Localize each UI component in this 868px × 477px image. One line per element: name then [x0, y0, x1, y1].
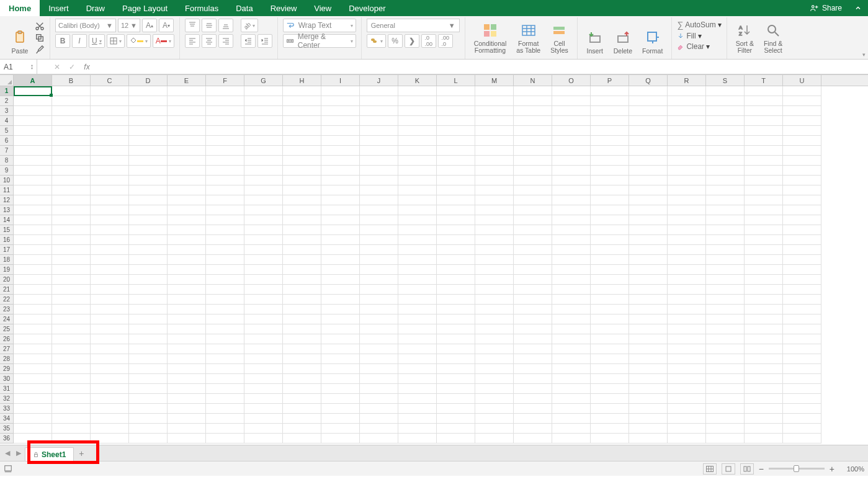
row-header[interactable]: 3: [0, 106, 14, 116]
cell[interactable]: [629, 354, 668, 364]
cell[interactable]: [552, 384, 591, 394]
row-header[interactable]: 8: [0, 156, 14, 166]
cell[interactable]: [360, 136, 398, 146]
cell[interactable]: [360, 215, 398, 225]
align-center-button[interactable]: [202, 34, 217, 48]
cell[interactable]: [437, 354, 475, 364]
cell[interactable]: [321, 205, 360, 215]
cell[interactable]: [244, 275, 283, 285]
cell[interactable]: [475, 136, 514, 146]
cell[interactable]: [514, 235, 552, 245]
row-header[interactable]: 15: [0, 225, 14, 235]
cell[interactable]: [398, 305, 437, 314]
cell[interactable]: [360, 116, 398, 126]
cell[interactable]: [398, 235, 437, 245]
cell[interactable]: [552, 314, 591, 324]
cell[interactable]: [91, 185, 129, 195]
cell[interactable]: [244, 344, 283, 354]
cell[interactable]: [168, 384, 206, 394]
cell[interactable]: [437, 394, 475, 404]
row-header[interactable]: 17: [0, 245, 14, 255]
cell[interactable]: [398, 354, 437, 364]
cell[interactable]: [52, 106, 91, 116]
cell[interactable]: [244, 185, 283, 195]
cell[interactable]: [475, 324, 514, 334]
column-header[interactable]: Q: [629, 75, 668, 86]
cell[interactable]: [168, 404, 206, 414]
cell[interactable]: [91, 205, 129, 215]
cell[interactable]: [14, 235, 52, 245]
tab-draw[interactable]: Draw: [78, 0, 114, 16]
cell[interactable]: [706, 225, 745, 235]
cell[interactable]: [629, 156, 668, 166]
cell[interactable]: [475, 176, 514, 185]
decrease-decimal-button[interactable]: .00.0: [438, 34, 453, 48]
cell[interactable]: [591, 354, 629, 364]
cell[interactable]: [168, 245, 206, 255]
cell[interactable]: [514, 166, 552, 176]
cell[interactable]: [91, 374, 129, 384]
cell[interactable]: [283, 314, 321, 324]
cell-styles-button[interactable]: Cell Styles: [547, 19, 572, 56]
cell[interactable]: [398, 215, 437, 225]
cell[interactable]: [244, 334, 283, 344]
cell[interactable]: [283, 414, 321, 424]
cell[interactable]: [129, 334, 168, 344]
cell[interactable]: [552, 96, 591, 106]
cell[interactable]: [706, 195, 745, 205]
cell[interactable]: [129, 96, 168, 106]
cell[interactable]: [244, 156, 283, 166]
cell[interactable]: [360, 195, 398, 205]
cell[interactable]: [706, 86, 745, 96]
cell[interactable]: [91, 96, 129, 106]
cell[interactable]: [437, 106, 475, 116]
cell[interactable]: [437, 414, 475, 424]
merge-center-button[interactable]: Merge & Center▾: [283, 34, 356, 48]
cell[interactable]: [91, 136, 129, 146]
cell[interactable]: [591, 245, 629, 255]
cell[interactable]: [514, 126, 552, 136]
cell[interactable]: [14, 255, 52, 265]
enter-formula-button[interactable]: ✓: [65, 63, 79, 71]
cell[interactable]: [514, 394, 552, 404]
tab-formulas[interactable]: Formulas: [176, 0, 227, 16]
column-header[interactable]: F: [206, 75, 244, 86]
row-header[interactable]: 36: [0, 434, 14, 444]
cell[interactable]: [360, 384, 398, 394]
cell[interactable]: [206, 285, 244, 295]
cell[interactable]: [321, 384, 360, 394]
cell[interactable]: [668, 384, 706, 394]
cell[interactable]: [360, 305, 398, 314]
cell[interactable]: [129, 106, 168, 116]
cell[interactable]: [668, 404, 706, 414]
cell[interactable]: [168, 305, 206, 314]
cell[interactable]: [514, 324, 552, 334]
cell[interactable]: [206, 295, 244, 305]
cell[interactable]: [321, 245, 360, 255]
cell[interactable]: [168, 86, 206, 96]
tab-review[interactable]: Review: [262, 0, 306, 16]
cell[interactable]: [629, 116, 668, 126]
cell[interactable]: [14, 156, 52, 166]
cell[interactable]: [552, 295, 591, 305]
cell[interactable]: [52, 334, 91, 344]
tab-view[interactable]: View: [305, 0, 340, 16]
cell[interactable]: [629, 205, 668, 215]
cell[interactable]: [360, 185, 398, 195]
cell[interactable]: [91, 146, 129, 156]
cell[interactable]: [14, 424, 52, 434]
row-header[interactable]: 35: [0, 424, 14, 434]
cell[interactable]: [360, 404, 398, 414]
cell[interactable]: [129, 324, 168, 334]
cell[interactable]: [321, 215, 360, 225]
cell[interactable]: [52, 265, 91, 275]
decrease-indent-button[interactable]: [241, 34, 256, 48]
sheet-nav-prev[interactable]: ◀: [2, 449, 12, 457]
cell[interactable]: [91, 245, 129, 255]
cell[interactable]: [706, 235, 745, 245]
cell[interactable]: [129, 205, 168, 215]
cell[interactable]: [321, 195, 360, 205]
cell[interactable]: [745, 295, 783, 305]
tab-home[interactable]: Home: [0, 0, 40, 16]
cell[interactable]: [91, 424, 129, 434]
